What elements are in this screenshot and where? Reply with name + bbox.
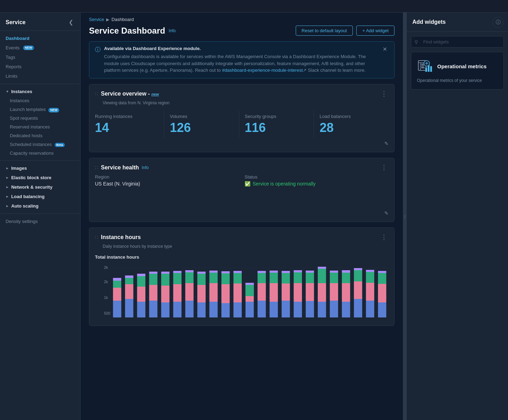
sidebar-sub-reserved-instances[interactable]: Reserved instances: [0, 122, 80, 131]
sidebar-sub-instances[interactable]: Instances: [0, 96, 80, 105]
sidebar-section-elastic-block-store[interactable]: ► Elastic block store: [0, 173, 80, 182]
svg-rect-32: [185, 301, 194, 317]
panel-info-button[interactable]: ⓘ: [493, 17, 504, 28]
service-health-title: Service health: [101, 164, 139, 171]
sidebar-sub-launch-templates[interactable]: Launch templates New: [0, 105, 80, 114]
instance-hours-drag-handle[interactable]: ∷: [95, 234, 98, 240]
service-health-widget: ∷ Service health Info ⋮ Region US East (…: [89, 158, 394, 222]
sidebar-section-network-security[interactable]: ► Network & security: [0, 182, 80, 192]
svg-rect-60: [270, 302, 278, 317]
sidebar-collapse-button[interactable]: ❮: [67, 18, 75, 26]
svg-rect-73: [306, 283, 314, 301]
instance-hours-menu-button[interactable]: ⋮: [379, 233, 389, 241]
svg-rect-83: [330, 271, 338, 273]
svg-rect-36: [197, 302, 206, 317]
svg-rect-92: [366, 301, 375, 317]
svg-rect-22: [149, 274, 158, 285]
chart-container: 2k 2k 1k 500: [95, 264, 389, 320]
service-health-drag-handle[interactable]: ∷: [95, 165, 98, 170]
svg-rect-45: [221, 284, 230, 303]
panel-resize-handle[interactable]: ‖: [403, 13, 406, 420]
sidebar-section-images[interactable]: ► Images: [0, 163, 80, 173]
svg-rect-65: [282, 284, 290, 301]
svg-rect-21: [149, 285, 158, 301]
operational-metrics-desc: Operational metrics of your service: [417, 77, 498, 84]
svg-rect-37: [197, 285, 206, 302]
breadcrumb-parent[interactable]: Service: [89, 17, 104, 22]
svg-rect-98: [378, 273, 386, 284]
sidebar-item-tags[interactable]: Tags: [0, 52, 80, 62]
info-banner-close-button[interactable]: ✕: [381, 46, 389, 52]
svg-rect-88: [354, 299, 362, 317]
info-banner-link[interactable]: #dashboard-experience-module-interest: [222, 68, 303, 73]
svg-rect-61: [270, 283, 278, 302]
breadcrumb-current: Dashboard: [111, 17, 134, 22]
health-status-value: ✅ Service is operating normally: [245, 181, 389, 187]
info-banner-text: Configurable dashboards is available for…: [104, 53, 378, 74]
svg-text:2k: 2k: [104, 280, 108, 284]
service-overview-menu-button[interactable]: ⋮: [379, 90, 389, 98]
stat-volumes: Volumes 126: [164, 111, 239, 138]
svg-rect-24: [161, 302, 170, 317]
service-overview-edit-button[interactable]: ✎: [384, 141, 389, 146]
header-actions: Reset to default layout + Add widget: [296, 26, 394, 36]
svg-rect-81: [330, 283, 338, 301]
sidebar-sub-capacity-reservations[interactable]: Capacity reservations: [0, 149, 80, 158]
service-overview-new-badge: new: [151, 92, 159, 96]
service-health-title-group: ∷ Service health Info: [95, 164, 149, 171]
stat-running-instances-label: Running instances: [95, 114, 158, 119]
sidebar-section-instances[interactable]: ▼ Instances: [0, 87, 80, 96]
svg-rect-75: [306, 271, 314, 273]
svg-rect-47: [221, 271, 230, 273]
svg-rect-84: [342, 302, 350, 317]
svg-rect-54: [246, 285, 254, 296]
svg-rect-87: [342, 270, 350, 273]
svg-rect-43: [210, 271, 218, 273]
events-new-badge: New: [23, 46, 34, 50]
sidebar-section-auto-scaling[interactable]: ► Auto scaling: [0, 201, 80, 211]
sidebar-sub-scheduled-instances[interactable]: Scheduled instances Beta: [0, 140, 80, 149]
sidebar-item-dashboard[interactable]: Dashboard: [0, 34, 80, 43]
sidebar-item-limits[interactable]: Limits: [0, 71, 80, 81]
health-status-label: Status: [245, 174, 389, 180]
operational-metrics-svg: [417, 58, 434, 75]
stat-load-balancers-value: 28: [320, 120, 383, 135]
sidebar-sub-dedicated-hosts[interactable]: Dedicated hosts: [0, 131, 80, 140]
service-overview-drag-handle[interactable]: ∷: [95, 91, 98, 97]
instance-hours-header: ∷ Instance hours ⋮: [95, 233, 389, 241]
lb-arrow: ►: [6, 195, 9, 198]
svg-rect-72: [306, 301, 314, 317]
sidebar-sub-spot-requests[interactable]: Spot requests: [0, 114, 80, 122]
service-overview-subtitle: Viewing data from N. Virginia region: [103, 100, 389, 105]
service-health-info-link[interactable]: Info: [142, 165, 149, 170]
page-info-link[interactable]: Info: [169, 28, 176, 33]
svg-rect-62: [270, 273, 278, 283]
svg-rect-16: [137, 302, 145, 317]
add-widget-button[interactable]: + Add widget: [356, 26, 394, 36]
sidebar-item-events[interactable]: Events New: [0, 43, 80, 52]
instance-hours-subtitle: Daily instance hours by instance type: [103, 244, 389, 249]
reset-layout-button[interactable]: Reset to default layout: [296, 26, 353, 36]
sidebar-divider-2: [0, 160, 80, 161]
launch-templates-new-badge: New: [48, 108, 59, 112]
sidebar-item-reports[interactable]: Reports: [0, 62, 80, 71]
operational-metrics-icon: [417, 58, 434, 75]
svg-rect-27: [161, 272, 170, 274]
svg-rect-20: [149, 301, 158, 317]
svg-rect-44: [221, 303, 230, 317]
sidebar-section-load-balancing[interactable]: ► Load balancing: [0, 192, 80, 201]
svg-rect-90: [354, 270, 362, 281]
stat-volumes-label: Volumes: [170, 114, 233, 119]
topbar: [0, 0, 508, 13]
service-health-edit-button[interactable]: ✎: [384, 210, 389, 216]
svg-rect-13: [125, 284, 133, 299]
health-region-value: US East (N. Virginia): [95, 181, 239, 187]
stat-security-groups-label: Security groups: [245, 114, 308, 119]
sidebar-item-density-settings[interactable]: Density settings: [0, 217, 80, 226]
service-health-menu-button[interactable]: ⋮: [379, 164, 389, 172]
widget-search-input[interactable]: [411, 36, 504, 48]
svg-rect-49: [233, 284, 242, 302]
svg-rect-59: [258, 271, 266, 273]
svg-rect-31: [173, 271, 181, 273]
operational-metrics-option[interactable]: Operational metrics Operational metrics …: [411, 52, 504, 90]
